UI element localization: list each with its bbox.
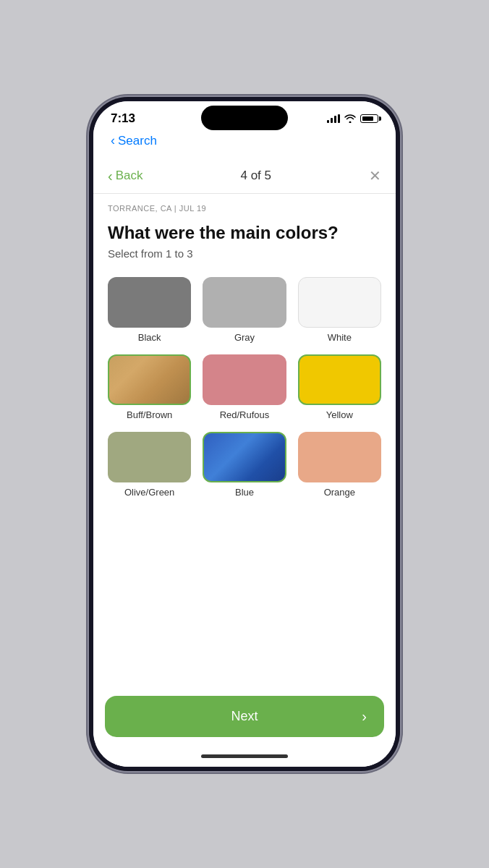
search-label[interactable]: Search bbox=[118, 134, 157, 148]
color-grid: Black Gray White Buff/Brown Red/Ru bbox=[93, 271, 396, 512]
color-item-blue[interactable]: Blue bbox=[203, 432, 286, 498]
color-label-yellow: Yellow bbox=[326, 409, 353, 420]
color-label-black: Black bbox=[138, 332, 161, 343]
color-item-olive[interactable]: Olive/Green bbox=[108, 432, 191, 498]
app-content: ‹ Back 4 of 5 ✕ TORRANCE, CA | JUL 19 Wh… bbox=[93, 156, 396, 767]
signal-icon bbox=[327, 114, 340, 123]
color-swatch-yellow bbox=[298, 354, 381, 405]
location-text: TORRANCE, CA | JUL 19 bbox=[108, 204, 206, 213]
color-swatch-blue bbox=[203, 432, 286, 482]
wifi-icon bbox=[344, 114, 356, 123]
back-button[interactable]: ‹ Back bbox=[108, 168, 143, 184]
color-item-buff[interactable]: Buff/Brown bbox=[108, 354, 191, 420]
next-arrow-icon: › bbox=[362, 708, 367, 725]
back-chevron-icon: ‹ bbox=[111, 133, 115, 148]
next-label: Next bbox=[231, 709, 258, 724]
color-item-gray[interactable]: Gray bbox=[203, 277, 286, 343]
color-label-blue: Blue bbox=[235, 487, 254, 498]
color-swatch-olive bbox=[108, 432, 191, 482]
home-indicator bbox=[93, 749, 396, 767]
color-item-orange[interactable]: Orange bbox=[298, 432, 381, 498]
back-icon: ‹ bbox=[108, 168, 113, 184]
color-item-black[interactable]: Black bbox=[108, 277, 191, 343]
color-item-red[interactable]: Red/Rufous bbox=[203, 354, 286, 420]
home-bar bbox=[201, 754, 288, 758]
color-label-red: Red/Rufous bbox=[220, 409, 270, 420]
color-label-gray: Gray bbox=[234, 332, 255, 343]
status-time: 7:13 bbox=[111, 111, 135, 126]
color-swatch-buff bbox=[108, 354, 191, 405]
color-item-yellow[interactable]: Yellow bbox=[298, 354, 381, 420]
phone-frame: 7:13 ‹ Search bbox=[89, 97, 400, 771]
color-label-olive: Olive/Green bbox=[124, 487, 174, 498]
status-icons bbox=[327, 114, 378, 123]
question-subtitle: Select from 1 to 3 bbox=[108, 247, 381, 260]
next-button[interactable]: Next › bbox=[105, 696, 384, 737]
color-swatch-gray bbox=[203, 277, 286, 328]
color-label-orange: Orange bbox=[324, 487, 355, 498]
nav-header: ‹ Back 4 of 5 ✕ bbox=[93, 156, 396, 194]
battery-icon bbox=[360, 114, 378, 123]
close-button[interactable]: ✕ bbox=[369, 167, 381, 184]
content-spacer bbox=[93, 512, 396, 696]
color-item-white[interactable]: White bbox=[298, 277, 381, 343]
color-swatch-orange bbox=[298, 432, 381, 482]
phone-screen: 7:13 ‹ Search bbox=[93, 101, 396, 767]
color-swatch-black bbox=[108, 277, 191, 328]
color-swatch-red bbox=[203, 354, 286, 405]
location-bar: TORRANCE, CA | JUL 19 bbox=[93, 194, 396, 217]
search-bar[interactable]: ‹ Search bbox=[93, 132, 396, 156]
dynamic-island bbox=[201, 106, 288, 130]
question-title: What were the main colors? bbox=[108, 223, 381, 243]
color-label-buff: Buff/Brown bbox=[127, 409, 172, 420]
color-label-white: White bbox=[328, 332, 352, 343]
color-swatch-white bbox=[298, 277, 381, 328]
step-indicator: 4 of 5 bbox=[240, 169, 271, 183]
question-section: What were the main colors? Select from 1… bbox=[93, 217, 396, 271]
back-label: Back bbox=[116, 169, 143, 183]
